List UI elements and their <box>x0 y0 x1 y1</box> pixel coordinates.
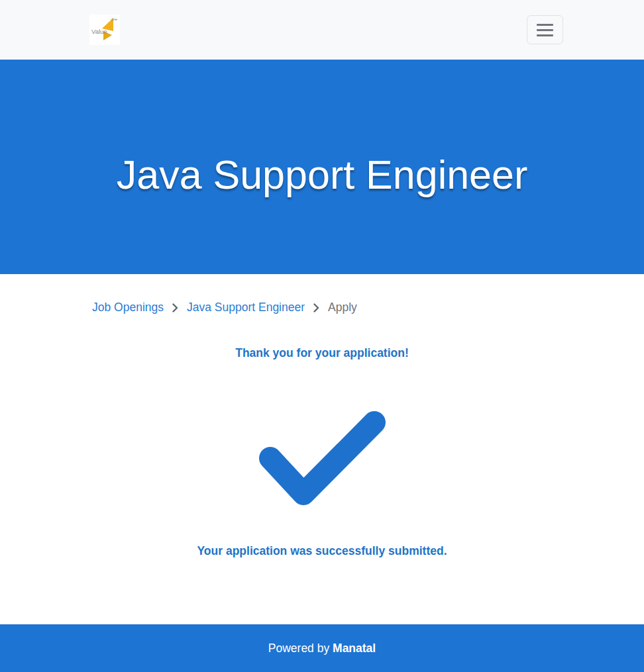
breadcrumb-current-apply: Apply <box>328 301 357 314</box>
chevron-right-icon <box>172 303 178 312</box>
main-content: Job Openings Java Support Engineer Apply… <box>0 274 644 624</box>
breadcrumb-link-job-title[interactable]: Java Support Engineer <box>187 301 305 314</box>
success-check-container <box>83 408 561 507</box>
logo-superscript: one <box>111 17 117 21</box>
breadcrumb-link-job-openings[interactable]: Job Openings <box>92 301 164 314</box>
logo-text: Value <box>91 28 107 35</box>
breadcrumb: Job Openings Java Support Engineer Apply <box>83 274 561 314</box>
page-title: Java Support Engineer <box>117 152 528 198</box>
check-icon <box>254 408 390 507</box>
logo-triangles-icon: Value one <box>89 15 120 45</box>
footer: Powered by Manatal <box>0 624 644 672</box>
success-message: Your application was successfully submit… <box>83 544 561 558</box>
hero-banner: Java Support Engineer <box>0 60 644 274</box>
logo-link[interactable]: Value one <box>89 15 120 45</box>
navbar: Value one <box>0 0 644 60</box>
menu-toggle-button[interactable] <box>527 15 563 44</box>
hamburger-icon <box>537 24 553 26</box>
powered-by-text: Powered by <box>268 642 333 655</box>
thank-you-heading: Thank you for your application! <box>83 346 561 360</box>
manatal-brand-link[interactable]: Manatal <box>333 642 376 655</box>
chevron-right-icon <box>313 303 319 312</box>
logo: Value one <box>89 15 120 45</box>
